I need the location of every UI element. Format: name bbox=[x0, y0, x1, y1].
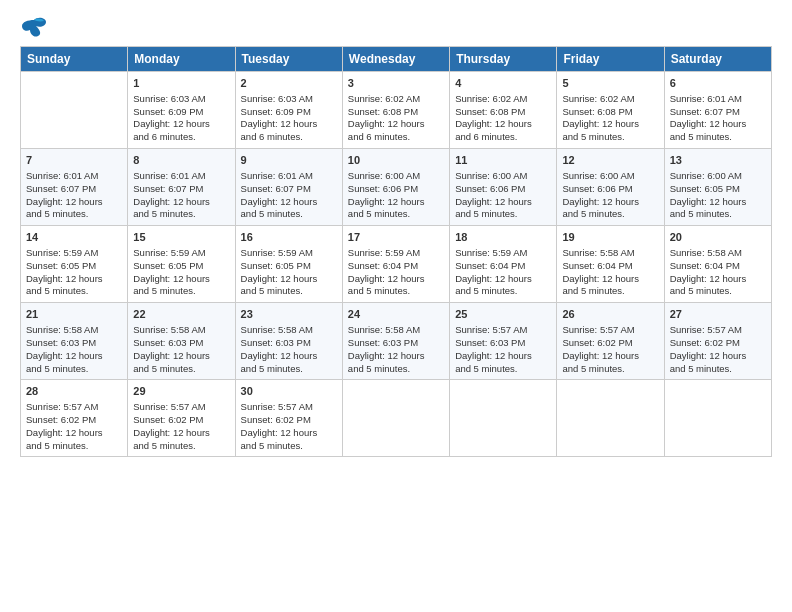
day-info-line: Sunrise: 5:57 AM bbox=[670, 324, 766, 337]
day-info-line: Daylight: 12 hours bbox=[455, 118, 551, 131]
day-info-line: Daylight: 12 hours bbox=[670, 196, 766, 209]
day-number: 4 bbox=[455, 76, 551, 91]
day-info-line: Daylight: 12 hours bbox=[562, 350, 658, 363]
day-info-line: and 5 minutes. bbox=[241, 440, 337, 453]
day-info-line: Sunrise: 5:59 AM bbox=[133, 247, 229, 260]
day-info-line: and 5 minutes. bbox=[26, 208, 122, 221]
day-info-line: and 6 minutes. bbox=[133, 131, 229, 144]
day-info-line: Sunrise: 6:00 AM bbox=[348, 170, 444, 183]
day-info-line: Daylight: 12 hours bbox=[241, 427, 337, 440]
day-info-line: Daylight: 12 hours bbox=[133, 427, 229, 440]
day-info-line: Sunrise: 6:00 AM bbox=[670, 170, 766, 183]
calendar-cell: 5Sunrise: 6:02 AMSunset: 6:08 PMDaylight… bbox=[557, 72, 664, 149]
day-number: 18 bbox=[455, 230, 551, 245]
day-info-line: and 5 minutes. bbox=[241, 285, 337, 298]
day-info-line: Sunset: 6:09 PM bbox=[133, 106, 229, 119]
day-info-line: Sunset: 6:05 PM bbox=[670, 183, 766, 196]
day-info-line: Sunset: 6:04 PM bbox=[455, 260, 551, 273]
day-info-line: Sunset: 6:02 PM bbox=[26, 414, 122, 427]
weekday-header-tuesday: Tuesday bbox=[235, 47, 342, 72]
calendar-cell bbox=[450, 380, 557, 457]
day-info-line: Sunrise: 6:00 AM bbox=[562, 170, 658, 183]
calendar-cell: 11Sunrise: 6:00 AMSunset: 6:06 PMDayligh… bbox=[450, 149, 557, 226]
calendar-cell: 2Sunrise: 6:03 AMSunset: 6:09 PMDaylight… bbox=[235, 72, 342, 149]
day-info-line: Sunrise: 5:58 AM bbox=[670, 247, 766, 260]
calendar-cell: 27Sunrise: 5:57 AMSunset: 6:02 PMDayligh… bbox=[664, 303, 771, 380]
day-info-line: Sunset: 6:05 PM bbox=[133, 260, 229, 273]
day-info-line: Sunset: 6:03 PM bbox=[26, 337, 122, 350]
calendar-cell: 6Sunrise: 6:01 AMSunset: 6:07 PMDaylight… bbox=[664, 72, 771, 149]
day-info-line: Sunset: 6:04 PM bbox=[562, 260, 658, 273]
day-info-line: Daylight: 12 hours bbox=[133, 350, 229, 363]
day-info-line: Daylight: 12 hours bbox=[455, 350, 551, 363]
calendar-header: SundayMondayTuesdayWednesdayThursdayFrid… bbox=[21, 47, 772, 72]
page-container: SundayMondayTuesdayWednesdayThursdayFrid… bbox=[20, 16, 772, 457]
calendar-week-row: 7Sunrise: 6:01 AMSunset: 6:07 PMDaylight… bbox=[21, 149, 772, 226]
day-info-line: Sunset: 6:02 PM bbox=[241, 414, 337, 427]
day-number: 23 bbox=[241, 307, 337, 322]
calendar-cell: 12Sunrise: 6:00 AMSunset: 6:06 PMDayligh… bbox=[557, 149, 664, 226]
day-info-line: Daylight: 12 hours bbox=[455, 273, 551, 286]
day-info-line: and 5 minutes. bbox=[26, 440, 122, 453]
day-info-line: Sunset: 6:06 PM bbox=[348, 183, 444, 196]
day-info-line: Daylight: 12 hours bbox=[670, 273, 766, 286]
day-info-line: Sunrise: 6:01 AM bbox=[133, 170, 229, 183]
calendar-cell: 15Sunrise: 5:59 AMSunset: 6:05 PMDayligh… bbox=[128, 226, 235, 303]
day-info-line: Sunset: 6:07 PM bbox=[670, 106, 766, 119]
day-info-line: Sunrise: 6:01 AM bbox=[670, 93, 766, 106]
day-info-line: and 5 minutes. bbox=[562, 208, 658, 221]
day-info-line: Sunrise: 5:58 AM bbox=[348, 324, 444, 337]
day-info-line: Sunrise: 5:59 AM bbox=[26, 247, 122, 260]
day-info-line: Daylight: 12 hours bbox=[241, 273, 337, 286]
calendar-cell: 21Sunrise: 5:58 AMSunset: 6:03 PMDayligh… bbox=[21, 303, 128, 380]
day-number: 21 bbox=[26, 307, 122, 322]
day-info-line: Daylight: 12 hours bbox=[26, 427, 122, 440]
day-number: 12 bbox=[562, 153, 658, 168]
day-info-line: and 5 minutes. bbox=[348, 285, 444, 298]
day-info-line: Sunrise: 6:00 AM bbox=[455, 170, 551, 183]
day-info-line: Sunrise: 5:58 AM bbox=[241, 324, 337, 337]
day-info-line: Daylight: 12 hours bbox=[455, 196, 551, 209]
day-number: 22 bbox=[133, 307, 229, 322]
day-info-line: Sunrise: 6:01 AM bbox=[26, 170, 122, 183]
day-info-line: Sunset: 6:08 PM bbox=[455, 106, 551, 119]
weekday-header-sunday: Sunday bbox=[21, 47, 128, 72]
day-info-line: and 5 minutes. bbox=[670, 131, 766, 144]
day-info-line: and 5 minutes. bbox=[455, 208, 551, 221]
day-number: 15 bbox=[133, 230, 229, 245]
day-info-line: and 5 minutes. bbox=[670, 285, 766, 298]
day-info-line: Sunrise: 5:59 AM bbox=[455, 247, 551, 260]
day-number: 13 bbox=[670, 153, 766, 168]
day-number: 9 bbox=[241, 153, 337, 168]
day-number: 8 bbox=[133, 153, 229, 168]
weekday-header-saturday: Saturday bbox=[664, 47, 771, 72]
calendar-cell: 14Sunrise: 5:59 AMSunset: 6:05 PMDayligh… bbox=[21, 226, 128, 303]
day-info-line: and 5 minutes. bbox=[455, 285, 551, 298]
day-info-line: Sunrise: 6:03 AM bbox=[241, 93, 337, 106]
day-info-line: Daylight: 12 hours bbox=[562, 273, 658, 286]
day-info-line: Sunset: 6:03 PM bbox=[348, 337, 444, 350]
day-info-line: Daylight: 12 hours bbox=[348, 273, 444, 286]
calendar-cell: 23Sunrise: 5:58 AMSunset: 6:03 PMDayligh… bbox=[235, 303, 342, 380]
day-info-line: Sunset: 6:06 PM bbox=[455, 183, 551, 196]
day-info-line: and 5 minutes. bbox=[133, 363, 229, 376]
calendar-cell: 28Sunrise: 5:57 AMSunset: 6:02 PMDayligh… bbox=[21, 380, 128, 457]
weekday-header-wednesday: Wednesday bbox=[342, 47, 449, 72]
weekday-header-friday: Friday bbox=[557, 47, 664, 72]
calendar-cell: 19Sunrise: 5:58 AMSunset: 6:04 PMDayligh… bbox=[557, 226, 664, 303]
day-info-line: and 5 minutes. bbox=[241, 208, 337, 221]
day-number: 5 bbox=[562, 76, 658, 91]
day-info-line: Sunrise: 6:02 AM bbox=[455, 93, 551, 106]
calendar-cell: 17Sunrise: 5:59 AMSunset: 6:04 PMDayligh… bbox=[342, 226, 449, 303]
day-number: 14 bbox=[26, 230, 122, 245]
day-number: 17 bbox=[348, 230, 444, 245]
day-number: 7 bbox=[26, 153, 122, 168]
day-info-line: Sunrise: 6:02 AM bbox=[562, 93, 658, 106]
day-number: 1 bbox=[133, 76, 229, 91]
day-info-line: Sunset: 6:05 PM bbox=[26, 260, 122, 273]
day-info-line: Sunset: 6:07 PM bbox=[133, 183, 229, 196]
day-info-line: and 5 minutes. bbox=[562, 131, 658, 144]
day-info-line: Sunset: 6:03 PM bbox=[133, 337, 229, 350]
day-info-line: Sunset: 6:06 PM bbox=[562, 183, 658, 196]
day-number: 30 bbox=[241, 384, 337, 399]
